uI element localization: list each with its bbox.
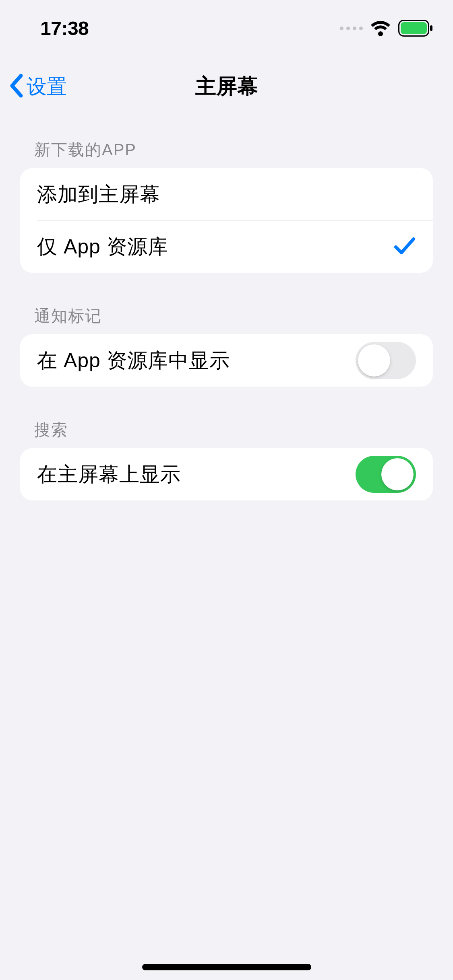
section-search: 搜索 在主屏幕上显示 — [20, 419, 433, 500]
section-new-apps: 新下载的APP 添加到主屏幕 仅 App 资源库 — [20, 139, 433, 273]
section-header-new-apps: 新下载的APP — [20, 139, 433, 168]
section-badges: 通知标记 在 App 资源库中显示 — [20, 305, 433, 387]
show-on-home-toggle[interactable] — [356, 456, 416, 493]
section-header-badges: 通知标记 — [20, 305, 433, 334]
checkmark-icon — [393, 236, 416, 257]
chevron-left-icon — [8, 73, 23, 100]
battery-icon — [398, 20, 433, 37]
show-on-home-label: 在主屏幕上显示 — [37, 461, 181, 488]
back-button[interactable]: 设置 — [8, 73, 67, 100]
page-title: 主屏幕 — [195, 72, 258, 101]
svg-rect-1 — [401, 22, 427, 34]
option-add-to-home-label: 添加到主屏幕 — [37, 181, 160, 208]
svg-rect-2 — [430, 25, 432, 31]
content: 新下载的APP 添加到主屏幕 仅 App 资源库 通知标记 在 App 资源库中… — [20, 139, 433, 533]
nav-bar: 设置 主屏幕 — [0, 62, 453, 111]
cellular-signal-icon — [340, 27, 363, 30]
status-time: 17:38 — [40, 17, 89, 39]
group-badges: 在 App 资源库中显示 — [20, 334, 433, 387]
row-show-on-home: 在主屏幕上显示 — [20, 448, 433, 500]
option-app-library-only[interactable]: 仅 App 资源库 — [20, 220, 433, 273]
wifi-icon — [370, 20, 391, 36]
section-header-search: 搜索 — [20, 419, 433, 448]
row-show-in-app-library: 在 App 资源库中显示 — [20, 334, 433, 387]
group-new-apps: 添加到主屏幕 仅 App 资源库 — [20, 168, 433, 273]
group-search: 在主屏幕上显示 — [20, 448, 433, 500]
option-add-to-home[interactable]: 添加到主屏幕 — [20, 168, 433, 220]
show-in-app-library-label: 在 App 资源库中显示 — [37, 347, 230, 374]
show-in-app-library-toggle[interactable] — [356, 342, 416, 379]
status-bar: 17:38 — [0, 0, 453, 56]
home-indicator[interactable] — [142, 964, 311, 970]
option-app-library-only-label: 仅 App 资源库 — [37, 233, 168, 260]
status-right — [340, 20, 433, 37]
back-button-label: 设置 — [27, 73, 67, 100]
